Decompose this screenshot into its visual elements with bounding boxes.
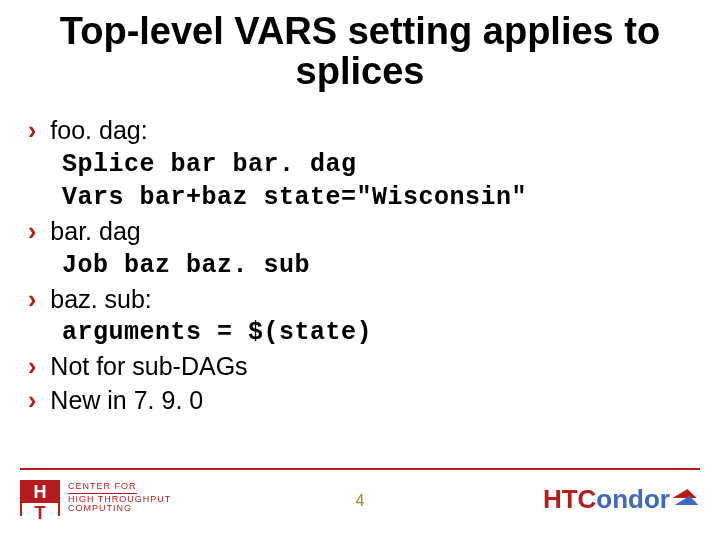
code-vars: Vars bar+baz state="Wisconsin" <box>28 181 692 215</box>
logo-htc-center: H T CENTER FOR HIGH THROUGHPUT COMPUTING <box>20 480 171 516</box>
htcondor-ht: HTC <box>543 484 596 515</box>
slide: Top-level VARS setting applies to splice… <box>0 0 720 540</box>
bullet-marker-icon: › <box>28 350 36 384</box>
slide-content: › foo. dag: Splice bar bar. dag Vars bar… <box>28 114 692 418</box>
code-arguments: arguments = $(state) <box>28 316 692 350</box>
bullet-baz-sub: › baz. sub: <box>28 283 692 317</box>
code-job: Job baz baz. sub <box>28 249 692 283</box>
bullet-marker-icon: › <box>28 384 36 418</box>
htc-line2: HIGH THROUGHPUT <box>68 494 171 504</box>
ht-box-icon: H T <box>20 480 60 516</box>
htc-center-text: CENTER FOR HIGH THROUGHPUT COMPUTING <box>68 482 171 515</box>
bullet-not-subdags: › Not for sub-DAGs <box>28 350 692 384</box>
bullet-marker-icon: › <box>28 215 36 249</box>
bullet-text: foo. dag: <box>50 114 692 148</box>
condor-bird-icon <box>674 489 700 511</box>
code-splice: Splice bar bar. dag <box>28 148 692 182</box>
slide-title: Top-level VARS setting applies to splice… <box>28 12 692 92</box>
bullet-foo-dag: › foo. dag: <box>28 114 692 148</box>
bullet-marker-icon: › <box>28 283 36 317</box>
logo-htcondor: HTCondor <box>543 484 700 515</box>
footer: H T CENTER FOR HIGH THROUGHPUT COMPUTING… <box>20 468 700 528</box>
bullet-text: Not for sub-DAGs <box>50 350 692 384</box>
bullet-text: baz. sub: <box>50 283 692 317</box>
htcondor-text: HTCondor <box>543 484 670 515</box>
bullet-marker-icon: › <box>28 114 36 148</box>
bullet-bar-dag: › bar. dag <box>28 215 692 249</box>
bullet-text: New in 7. 9. 0 <box>50 384 692 418</box>
htcondor-ondor: ondor <box>596 484 670 515</box>
htc-line3: COMPUTING <box>68 503 132 513</box>
ht-box-h: H <box>22 482 58 503</box>
bullet-new-version: › New in 7. 9. 0 <box>28 384 692 418</box>
bullet-text: bar. dag <box>50 215 692 249</box>
ht-box-t: T <box>22 503 58 524</box>
htc-line1: CENTER FOR <box>68 482 137 494</box>
